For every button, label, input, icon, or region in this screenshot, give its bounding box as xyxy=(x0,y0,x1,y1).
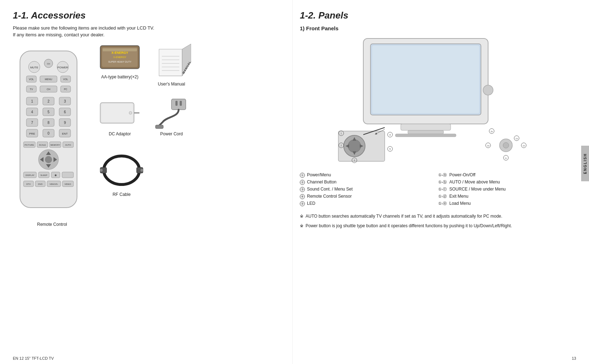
svg-text:DISPLAY: DISPLAY xyxy=(26,174,35,176)
panels-list: ① Power/Menu ② Channel Button ③ Sound Co… xyxy=(300,172,576,208)
manual-item: MANUAL User's Manual xyxy=(152,44,191,87)
svg-rect-88 xyxy=(101,104,133,122)
svg-point-89 xyxy=(129,111,132,114)
svg-text:0: 0 xyxy=(47,131,50,135)
panel-col-left: ① Power/Menu ② Channel Button ③ Sound Co… xyxy=(300,172,438,208)
left-title: 1-1. Accessories xyxy=(13,10,280,21)
front-panels-subtitle: 1) Front Panels xyxy=(300,25,576,31)
svg-text:PRE: PRE xyxy=(29,132,35,135)
english-tab: ENGLISH xyxy=(581,146,589,181)
tv-illustration: 1 2 3 4 5 1b 1a xyxy=(300,35,576,167)
svg-text:VOL: VOL xyxy=(63,78,68,80)
svg-text:CH: CH xyxy=(47,88,50,90)
svg-text:1d: 1d xyxy=(487,145,489,147)
svg-text:1e: 1e xyxy=(522,145,525,147)
svg-text:VIDEO/S-: VIDEO/S- xyxy=(50,183,58,185)
dc-adaptor-item: DC Adaptor xyxy=(98,97,141,136)
svg-text:1b: 1b xyxy=(490,130,493,132)
svg-text:TV: TV xyxy=(30,88,33,90)
svg-text:4: 4 xyxy=(389,134,391,136)
panel-item-1: ① Power/Menu xyxy=(300,172,438,178)
svg-text:3: 3 xyxy=(64,99,66,103)
footer-left: EN 12 15" TFT-LCD TV xyxy=(13,356,54,360)
rf-cable-item: RF Cable xyxy=(98,147,145,197)
dc-adaptor-svg xyxy=(98,97,141,129)
svg-rect-77 xyxy=(103,48,137,51)
svg-text:SUPER HEAVY DUTY: SUPER HEAVY DUTY xyxy=(108,61,132,63)
intro-line2: If any items are missing, contact your d… xyxy=(13,32,280,37)
svg-text:1: 1 xyxy=(31,99,33,103)
english-tab-label: ENGLISH xyxy=(583,153,587,174)
svg-rect-92 xyxy=(175,101,178,106)
svg-text:7: 7 xyxy=(31,121,33,125)
right-title: 1-2. Panels xyxy=(300,10,576,21)
tv-panel-svg: 1 2 3 4 5 1b 1a xyxy=(335,35,542,167)
svg-text:MEMORY: MEMORY xyxy=(51,144,60,146)
panel-item-1b: ①-ⓑ AUTO / Move above Menu xyxy=(438,180,577,185)
panel-item-1c: ①-ⓒ SOURCE / Move under Menu xyxy=(438,187,577,192)
intro-line1: Please make sure the following items are… xyxy=(13,25,280,31)
panel-item-1e: ①-ⓔ Load Menu xyxy=(438,201,577,206)
battery-label: AA-type battery(×2) xyxy=(101,74,138,79)
svg-text:CH: CH xyxy=(47,63,50,65)
svg-text:5: 5 xyxy=(389,148,391,150)
remote-svg-container: MUTE CH POWER VOL MENU VOL xyxy=(13,47,91,220)
svg-text:PICTURE: PICTURE xyxy=(25,144,34,146)
svg-text:AUTO: AUTO xyxy=(65,144,71,146)
panel-item-2: ② Channel Button xyxy=(300,180,438,185)
svg-point-109 xyxy=(348,140,361,152)
items-col: X-ENERGY X-ENERGY SUPER HEAVY DUTY AA-ty… xyxy=(98,44,280,227)
item-row-3: RF Cable xyxy=(98,147,280,197)
svg-rect-105 xyxy=(395,134,456,137)
dc-adaptor-label: DC Adaptor xyxy=(109,131,131,136)
svg-rect-104 xyxy=(408,130,444,134)
item-row-1: X-ENERGY X-ENERGY SUPER HEAVY DUTY AA-ty… xyxy=(98,44,280,87)
remote-caption: Remote Control xyxy=(13,222,91,227)
svg-text:4: 4 xyxy=(31,110,33,114)
panel-item-1d: ①-ⓓ Exit Menu xyxy=(438,194,577,199)
panel-col-right: ①-ⓐ Power-On/Off ①-ⓑ AUTO / Move above M… xyxy=(438,172,577,208)
manual-svg: MANUAL xyxy=(152,44,191,79)
panel-item-5: ⑤ LED xyxy=(300,201,438,206)
svg-text:PC: PC xyxy=(64,88,67,90)
power-cord-label: Power Cord xyxy=(160,131,183,136)
manual-label: User's Manual xyxy=(158,82,185,87)
svg-rect-63 xyxy=(62,172,73,178)
page-container: 1-1. Accessories Please make sure the fo… xyxy=(0,0,589,364)
svg-text:MUTE: MUTE xyxy=(30,66,39,69)
svg-text:DVD: DVD xyxy=(38,183,43,185)
svg-point-99 xyxy=(140,169,143,172)
svg-text:6: 6 xyxy=(64,110,66,114)
svg-rect-102 xyxy=(372,46,479,113)
notes-section: AUTO button searches automatically TV ch… xyxy=(300,213,576,229)
panel-item-3: ③ Sound Cont. / Menu Set xyxy=(300,187,438,192)
svg-rect-103 xyxy=(401,124,451,130)
svg-text:1c: 1c xyxy=(505,157,507,159)
panel-item-4: ④ Remote Control Sensor xyxy=(300,194,438,199)
svg-text:VOL: VOL xyxy=(29,78,34,80)
svg-text:SCALE: SCALE xyxy=(39,144,46,146)
svg-text:POWER: POWER xyxy=(57,66,68,69)
svg-point-97 xyxy=(100,169,103,172)
svg-point-106 xyxy=(483,85,493,95)
accessories-grid: MUTE CH POWER VOL MENU VOL xyxy=(13,44,280,227)
svg-text:X-ENERGY: X-ENERGY xyxy=(111,51,128,54)
svg-text:2: 2 xyxy=(340,144,342,147)
note-2: Power button is jog shuttle type button … xyxy=(300,223,576,229)
svg-text:3: 3 xyxy=(354,159,355,162)
svg-text:X-ENERGY: X-ENERGY xyxy=(113,56,127,58)
svg-text:5: 5 xyxy=(47,110,50,114)
rf-cable-svg xyxy=(98,147,145,190)
remote-col: MUTE CH POWER VOL MENU VOL xyxy=(13,44,91,227)
svg-point-95 xyxy=(104,156,139,184)
svg-rect-93 xyxy=(180,101,182,106)
right-section: 1-2. Panels 1) Front Panels xyxy=(292,0,589,364)
power-cord-svg xyxy=(152,97,191,129)
footer: EN 12 15" TFT-LCD TV 13 xyxy=(0,356,589,360)
note-1: AUTO button searches automatically TV ch… xyxy=(300,213,576,220)
svg-text:2: 2 xyxy=(47,99,50,103)
svg-text:◉: ◉ xyxy=(55,174,57,176)
svg-marker-79 xyxy=(159,49,182,76)
footer-right: 13 xyxy=(572,356,576,360)
remote-svg: MUTE CH POWER VOL MENU VOL xyxy=(13,47,84,218)
